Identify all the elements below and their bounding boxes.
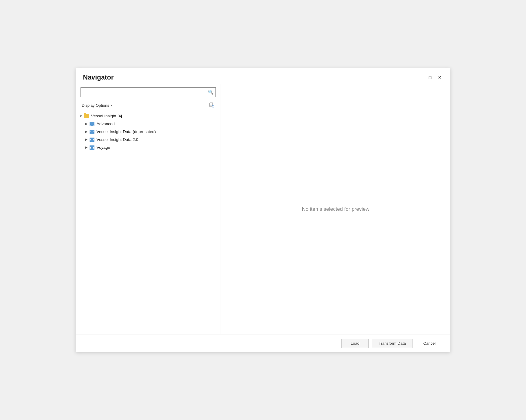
search-icon: 🔍 xyxy=(208,90,214,95)
display-options-label: Display Options xyxy=(82,103,109,108)
tree-item-advanced-label: Advanced xyxy=(97,122,115,126)
tree-item-voyage-label: Voyage xyxy=(97,145,110,150)
dialog-title: Navigator xyxy=(83,73,113,81)
search-box: 🔍 xyxy=(81,87,216,97)
tree-item-data-2[interactable]: ▶ Vesse xyxy=(76,136,221,144)
tree-item-data-2-label: Vessel Insight Data 2.0 xyxy=(97,137,138,142)
close-button[interactable]: ✕ xyxy=(436,74,443,81)
expand-icon: ▶ xyxy=(84,137,89,142)
no-preview-message: No items selected for preview xyxy=(302,206,370,212)
table-icon-deprecated xyxy=(89,129,95,134)
tree-item-voyage[interactable]: ▶ Voyag xyxy=(76,144,221,151)
expand-icon: ▶ xyxy=(84,121,89,127)
folder-icon xyxy=(84,114,90,119)
chevron-down-icon: ▾ xyxy=(110,104,112,107)
left-panel: 🔍 Display Options ▾ xyxy=(76,84,221,334)
right-panel: No items selected for preview xyxy=(221,84,450,334)
search-area: 🔍 xyxy=(76,87,221,100)
refresh-button[interactable] xyxy=(207,101,216,110)
close-icon: ✕ xyxy=(438,75,442,80)
tree-item-root[interactable]: ▼ Vessel Insight [4] xyxy=(76,112,221,120)
footer: Load Transform Data Cancel xyxy=(76,334,450,352)
navigator-dialog: Navigator □ ✕ 🔍 xyxy=(76,68,450,352)
tree-item-deprecated-label: Vessel Insight Data (deprecated) xyxy=(97,129,156,134)
search-input[interactable] xyxy=(81,88,206,96)
svg-point-4 xyxy=(212,106,214,107)
expand-icon: ▶ xyxy=(84,129,89,135)
refresh-icon xyxy=(209,102,214,109)
toolbar-area: Display Options ▾ xyxy=(76,100,221,112)
tree-item-advanced[interactable]: ▶ Advan xyxy=(76,120,221,128)
tree-item-deprecated[interactable]: ▶ Vesse xyxy=(76,128,221,136)
title-bar: Navigator □ ✕ xyxy=(76,68,450,84)
cancel-button[interactable]: Cancel xyxy=(416,339,443,348)
tree-area: ▼ Vessel Insight [4] ▶ xyxy=(76,112,221,331)
maximize-icon: □ xyxy=(429,75,431,80)
search-button[interactable]: 🔍 xyxy=(206,88,215,97)
expand-icon: ▶ xyxy=(84,145,89,150)
table-icon-data-2 xyxy=(89,137,95,142)
collapse-icon: ▼ xyxy=(78,113,84,119)
maximize-button[interactable]: □ xyxy=(427,74,433,81)
load-button[interactable]: Load xyxy=(341,339,369,348)
table-icon-voyage xyxy=(89,145,95,150)
main-content: 🔍 Display Options ▾ xyxy=(76,84,450,334)
table-icon-advanced xyxy=(89,122,95,126)
window-controls: □ ✕ xyxy=(427,74,443,81)
display-options-button[interactable]: Display Options ▾ xyxy=(81,103,113,108)
transform-data-button[interactable]: Transform Data xyxy=(372,339,413,348)
tree-item-root-label: Vessel Insight [4] xyxy=(91,114,122,118)
